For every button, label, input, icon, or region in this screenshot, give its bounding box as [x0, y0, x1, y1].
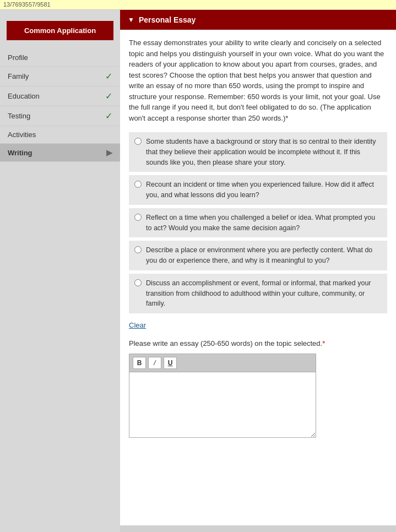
- sidebar: Common Application Profile Family ✓ Educ…: [0, 10, 120, 532]
- radio-input-5[interactable]: [134, 279, 142, 286]
- editor-toolbar: B / U: [129, 354, 316, 372]
- main-content: ▼ Personal Essay The essay demonstrates …: [120, 10, 396, 532]
- sidebar-item-activities[interactable]: Activities: [0, 126, 120, 144]
- radio-option-1[interactable]: Some students have a background or story…: [129, 132, 387, 172]
- triangle-icon: ▼: [128, 16, 134, 24]
- radio-option-5[interactable]: Discuss an accomplishment or event, form…: [129, 274, 387, 313]
- radio-option-2[interactable]: Recount an incident or time when you exp…: [129, 175, 387, 205]
- clear-link[interactable]: Clear: [129, 321, 146, 329]
- radio-option-4[interactable]: Describe a place or environment where yo…: [129, 241, 387, 270]
- radio-label-3: Reflect on a time when you challenged a …: [146, 213, 382, 234]
- radio-input-4[interactable]: [134, 246, 142, 253]
- radio-label-4: Describe a place or environment where yo…: [146, 245, 382, 266]
- intro-text: The essay demonstrates your ability to w…: [129, 37, 387, 123]
- section-header: ▼ Personal Essay: [120, 10, 396, 30]
- sidebar-item-profile[interactable]: Profile: [0, 49, 120, 67]
- required-marker: *: [322, 339, 325, 348]
- essay-editor: B / U: [129, 354, 316, 439]
- radio-label-1: Some students have a background or story…: [146, 137, 382, 167]
- radio-input-1[interactable]: [134, 138, 142, 145]
- sidebar-item-label: Testing: [8, 112, 30, 120]
- sidebar-item-label: Education: [8, 92, 40, 100]
- radio-options-group: Some students have a background or story…: [129, 132, 387, 313]
- sidebar-item-testing[interactable]: Testing ✓: [0, 106, 120, 126]
- bold-button[interactable]: B: [133, 357, 146, 369]
- check-icon: ✓: [105, 111, 112, 121]
- radio-input-3[interactable]: [134, 214, 142, 221]
- essay-prompt-label: Please write an essay (250-650 words) on…: [129, 338, 387, 349]
- top-bar: 13/7693557/9581: [0, 0, 396, 10]
- sidebar-item-label: Profile: [8, 53, 28, 62]
- essay-textarea[interactable]: [129, 372, 316, 438]
- common-app-button[interactable]: Common Application: [7, 21, 113, 40]
- section-title: Personal Essay: [139, 15, 196, 24]
- sidebar-item-label: Writing: [8, 149, 32, 157]
- sidebar-item-family[interactable]: Family ✓: [0, 67, 120, 86]
- check-icon: ✓: [105, 71, 112, 82]
- radio-input-2[interactable]: [134, 181, 142, 188]
- sidebar-item-label: Activities: [8, 131, 36, 139]
- underline-button[interactable]: U: [164, 357, 177, 369]
- check-icon: ✓: [105, 91, 112, 101]
- sidebar-item-writing[interactable]: Writing ▶: [0, 144, 120, 162]
- radio-option-3[interactable]: Reflect on a time when you challenged a …: [129, 208, 387, 238]
- content-area: The essay demonstrates your ability to w…: [120, 30, 396, 525]
- arrow-icon: ▶: [106, 148, 112, 157]
- sidebar-item-label: Family: [8, 72, 29, 80]
- top-bar-text: 13/7693557/9581: [3, 1, 51, 8]
- radio-label-5: Discuss an accomplishment or event, form…: [146, 278, 382, 309]
- italic-button[interactable]: /: [148, 357, 161, 369]
- radio-label-2: Recount an incident or time when you exp…: [146, 180, 382, 200]
- sidebar-item-education[interactable]: Education ✓: [0, 86, 120, 106]
